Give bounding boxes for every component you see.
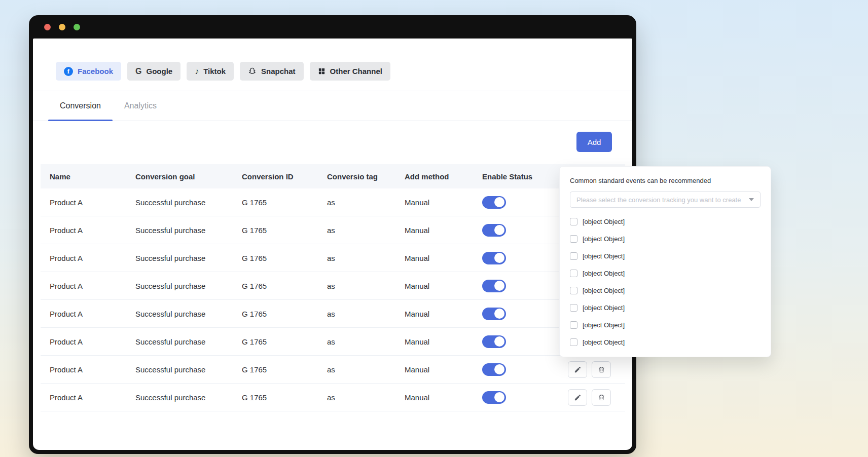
event-option[interactable]: [object Object]: [570, 333, 761, 351]
checkbox-icon[interactable]: [570, 304, 577, 312]
cell-method: Manual: [395, 198, 473, 207]
cell-tag: as: [318, 337, 395, 346]
cell-id: G 1765: [233, 198, 318, 207]
google-icon: G: [135, 67, 141, 76]
checkbox-icon[interactable]: [570, 321, 577, 329]
enable-toggle[interactable]: [482, 252, 506, 264]
grid-icon: [318, 67, 326, 75]
cell-actions: [559, 361, 625, 378]
header-status: Enable Status: [473, 172, 559, 181]
event-option[interactable]: [object Object]: [570, 264, 761, 282]
cell-method: Manual: [395, 282, 473, 290]
checkbox-icon[interactable]: [570, 287, 577, 294]
cell-name: Product A: [41, 365, 126, 374]
enable-toggle[interactable]: [482, 391, 506, 404]
enable-toggle[interactable]: [482, 363, 506, 376]
cell-id: G 1765: [233, 365, 318, 374]
checkbox-icon[interactable]: [570, 218, 577, 225]
facebook-icon: f: [64, 67, 73, 76]
pencil-icon: [574, 366, 582, 373]
checkbox-icon[interactable]: [570, 270, 577, 277]
enable-toggle[interactable]: [482, 280, 506, 292]
cell-name: Product A: [41, 310, 126, 318]
cell-status: [473, 363, 559, 376]
toggle-knob: [494, 225, 504, 235]
event-option[interactable]: [object Object]: [570, 282, 761, 299]
cell-name: Product A: [41, 282, 126, 290]
cell-id: G 1765: [233, 226, 318, 235]
cell-name: Product A: [41, 198, 126, 207]
channel-other[interactable]: Other Channel: [310, 62, 390, 81]
zoom-button[interactable]: [74, 24, 80, 30]
cell-method: Manual: [395, 365, 473, 374]
table-row: Product A Successful purchase G 1765 as …: [41, 300, 625, 328]
checkbox-icon[interactable]: [570, 338, 577, 346]
channel-facebook[interactable]: f Facebook: [56, 62, 121, 81]
cell-method: Manual: [395, 310, 473, 318]
tab-conversion[interactable]: Conversion: [48, 91, 113, 121]
cell-goal: Successful purchase: [126, 310, 233, 318]
cell-tag: as: [318, 198, 395, 207]
app-window: f Facebook G Google ♪ Tiktok Snapchat: [29, 15, 636, 454]
cell-tag: as: [318, 393, 395, 402]
checkbox-icon[interactable]: [570, 252, 577, 260]
header-goal: Conversion goal: [126, 172, 233, 181]
cell-status: [473, 280, 559, 292]
cell-method: Manual: [395, 226, 473, 235]
cell-id: G 1765: [233, 254, 318, 262]
edit-button[interactable]: [568, 361, 587, 378]
event-option-label: [object Object]: [583, 338, 625, 346]
toggle-knob: [494, 253, 504, 263]
delete-button[interactable]: [592, 389, 611, 406]
main-tabs: Conversion Analytics: [33, 91, 632, 121]
add-button[interactable]: Add: [576, 132, 612, 152]
cell-id: G 1765: [233, 310, 318, 318]
toggle-knob: [494, 392, 504, 402]
cell-id: G 1765: [233, 337, 318, 346]
table-row: Product A Successful purchase G 1765 as …: [41, 384, 625, 411]
cell-tag: as: [318, 365, 395, 374]
tab-analytics[interactable]: Analytics: [113, 91, 168, 121]
checkbox-icon[interactable]: [570, 235, 577, 243]
event-option[interactable]: [object Object]: [570, 247, 761, 264]
enable-toggle[interactable]: [482, 196, 506, 209]
enable-toggle[interactable]: [482, 335, 506, 348]
header-name: Name: [41, 172, 126, 181]
conversion-type-select[interactable]: Please select the conversion tracking yo…: [570, 192, 761, 208]
edit-button[interactable]: [568, 389, 587, 406]
conversion-table: Name Conversion goal Conversion ID Conve…: [41, 164, 625, 411]
cell-status: [473, 252, 559, 264]
toggle-knob: [494, 197, 504, 207]
header-id: Conversion ID: [233, 172, 318, 181]
channel-label: Google: [146, 67, 172, 75]
cell-goal: Successful purchase: [126, 198, 233, 207]
event-option-label: [object Object]: [583, 252, 625, 260]
event-option[interactable]: [object Object]: [570, 299, 761, 316]
toggle-knob: [494, 364, 504, 374]
event-options-list: [object Object] [object Object] [object …: [570, 213, 761, 351]
enable-toggle[interactable]: [482, 224, 506, 237]
channel-google[interactable]: G Google: [127, 62, 180, 81]
page-content: f Facebook G Google ♪ Tiktok Snapchat: [33, 39, 632, 450]
channel-tiktok[interactable]: ♪ Tiktok: [187, 62, 234, 81]
cell-tag: as: [318, 282, 395, 290]
minimize-button[interactable]: [59, 24, 65, 30]
event-option-label: [object Object]: [583, 235, 625, 243]
cell-actions: [559, 389, 625, 406]
enable-toggle[interactable]: [482, 308, 506, 320]
toolbar: Add: [33, 121, 632, 164]
event-option-label: [object Object]: [583, 304, 625, 312]
toggle-knob: [494, 336, 504, 347]
event-option[interactable]: [object Object]: [570, 316, 761, 333]
cell-status: [473, 196, 559, 209]
header-method: Add method: [395, 172, 473, 181]
table-row: Product A Successful purchase G 1765 as …: [41, 244, 625, 272]
channel-snapchat[interactable]: Snapchat: [240, 62, 304, 81]
cell-goal: Successful purchase: [126, 393, 233, 402]
close-button[interactable]: [44, 24, 51, 30]
delete-button[interactable]: [592, 361, 611, 378]
event-option[interactable]: [object Object]: [570, 213, 761, 230]
channel-label: Snapchat: [261, 67, 296, 75]
event-option[interactable]: [object Object]: [570, 230, 761, 247]
select-placeholder: Please select the conversion tracking yo…: [576, 196, 741, 204]
